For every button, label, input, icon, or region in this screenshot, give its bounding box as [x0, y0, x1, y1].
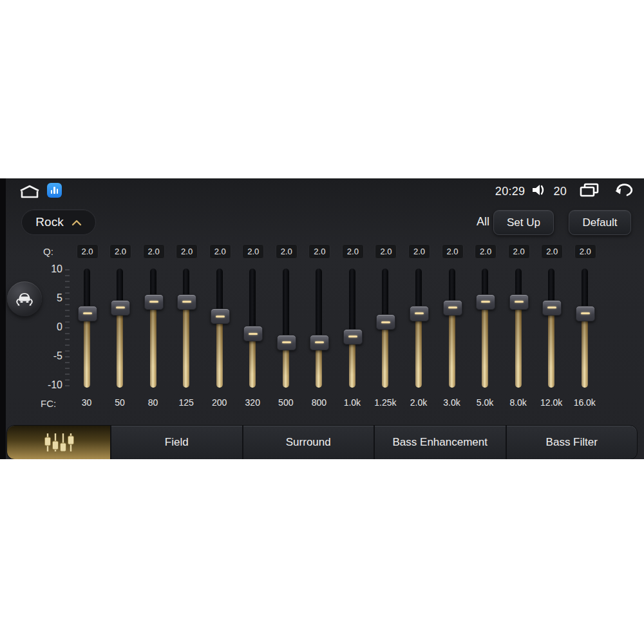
y-axis-label: 10 — [37, 263, 62, 276]
q-value-badge[interactable]: 2.0 — [375, 244, 397, 259]
slider-handle[interactable] — [78, 306, 97, 321]
slider-handle[interactable] — [310, 335, 329, 350]
y-axis-tick — [65, 316, 70, 317]
back-icon[interactable] — [613, 182, 635, 200]
speaker-icon[interactable] — [531, 183, 547, 200]
y-axis-tick — [65, 281, 70, 282]
q-row-label: Q: — [43, 246, 53, 257]
q-value-badge[interactable]: 2.0 — [242, 244, 264, 259]
q-value-badge[interactable]: 2.0 — [176, 244, 198, 259]
slider-handle[interactable] — [576, 306, 595, 321]
y-axis-label: -5 — [37, 350, 62, 363]
y-axis-tick — [65, 321, 70, 323]
eq-app-icon[interactable] — [47, 183, 62, 198]
home-icon[interactable] — [18, 185, 41, 199]
y-axis-tick — [65, 356, 70, 357]
slider-handle[interactable] — [476, 294, 495, 310]
tab-equalizer[interactable] — [7, 426, 110, 459]
slider-handle[interactable] — [443, 300, 462, 316]
y-axis-tick — [65, 368, 70, 369]
q-value-badge[interactable]: 2.0 — [475, 244, 497, 259]
status-bar: 20:29 20 — [0, 181, 644, 202]
slider-handle[interactable] — [376, 314, 395, 330]
q-value-badge[interactable]: 2.0 — [109, 244, 131, 259]
slider-track-lower[interactable] — [84, 313, 90, 388]
y-axis-tick — [65, 379, 70, 381]
slider-track-lower[interactable] — [548, 307, 554, 388]
y-axis-tick — [65, 333, 70, 334]
slider-track-lower[interactable] — [415, 313, 422, 388]
tab-bass-enhancement[interactable]: Bass Enhancement — [374, 426, 506, 459]
recents-icon[interactable] — [578, 182, 600, 200]
slider-handle[interactable] — [410, 306, 429, 321]
y-axis-tick — [65, 362, 70, 363]
slider-track-upper[interactable] — [316, 269, 322, 342]
q-value-badge[interactable]: 2.0 — [143, 244, 165, 259]
slider-handle[interactable] — [177, 294, 196, 310]
default-button[interactable]: Default — [569, 210, 631, 235]
slider-track-lower[interactable] — [183, 301, 189, 388]
slider-track-upper[interactable] — [349, 269, 355, 336]
q-value-badge[interactable]: 2.0 — [77, 244, 99, 259]
y-axis-tick — [65, 269, 70, 270]
frequency-label: 16.0k — [564, 397, 605, 408]
q-value-badge[interactable]: 2.0 — [308, 244, 330, 259]
preset-label: Rock — [35, 215, 63, 229]
slider-track-lower[interactable] — [150, 301, 156, 388]
slider-track-lower[interactable] — [582, 313, 588, 388]
slider-track-lower[interactable] — [515, 301, 522, 388]
clock: 20:29 — [495, 185, 526, 198]
equalizer-screen: 20:29 20 Rock — [0, 178, 644, 459]
tab-bass-filter[interactable]: Bass Filter — [506, 426, 638, 459]
eq-app-glyph — [51, 187, 59, 194]
car-balance-icon — [13, 289, 36, 309]
y-axis-tick — [65, 350, 70, 352]
y-axis-tick — [65, 298, 70, 299]
y-axis-label: 0 — [37, 321, 62, 334]
tab-surround[interactable]: Surround — [242, 426, 374, 459]
slider-handle[interactable] — [243, 326, 263, 341]
slider-track-upper[interactable] — [382, 269, 388, 321]
slider-handle[interactable] — [542, 300, 562, 316]
equalizer-sliders-icon — [40, 431, 77, 454]
slider-track-upper[interactable] — [249, 269, 256, 333]
y-axis-tick — [65, 304, 70, 305]
y-axis-tick — [65, 385, 70, 386]
slider-handle[interactable] — [343, 329, 363, 345]
set-up-button[interactable]: Set Up — [493, 210, 554, 235]
fc-row-label: FC: — [41, 398, 56, 409]
q-value-badge[interactable]: 2.0 — [209, 244, 231, 259]
q-value-badge[interactable]: 2.0 — [276, 244, 298, 259]
y-axis-tick — [65, 327, 70, 328]
tab-field[interactable]: Field — [110, 426, 242, 459]
q-value-badge[interactable]: 2.0 — [574, 244, 596, 259]
slider-track-lower[interactable] — [216, 316, 223, 388]
volume-level: 20 — [553, 185, 567, 198]
y-axis-tick — [65, 339, 70, 340]
slider-track-upper[interactable] — [283, 269, 289, 342]
slider-track-lower[interactable] — [117, 307, 123, 388]
slider-track-lower[interactable] — [449, 307, 455, 388]
q-value-badge[interactable]: 2.0 — [541, 244, 563, 259]
preset-dropdown[interactable]: Rock — [21, 209, 96, 235]
all-label: All — [477, 215, 489, 229]
q-value-badge[interactable]: 2.0 — [442, 244, 464, 259]
slider-handle[interactable] — [277, 335, 296, 350]
y-axis-tick — [65, 345, 70, 346]
slider-handle[interactable] — [509, 294, 529, 310]
slider-handle[interactable] — [111, 300, 130, 316]
y-axis-tick — [65, 374, 70, 375]
slider-handle[interactable] — [144, 294, 164, 310]
q-value-badge[interactable]: 2.0 — [408, 244, 430, 259]
y-axis-tick — [65, 292, 70, 294]
slider-handle[interactable] — [211, 308, 230, 324]
slider-track-lower[interactable] — [382, 321, 388, 388]
chevron-up-icon — [71, 220, 82, 226]
q-value-badge[interactable]: 2.0 — [508, 244, 530, 259]
bottom-tab-bar: Field Surround Bass Enhancement Bass Fil… — [6, 425, 638, 459]
y-axis-tick — [65, 310, 70, 311]
car-balance-button[interactable] — [7, 281, 42, 316]
slider-track-lower[interactable] — [482, 301, 488, 388]
q-value-badge[interactable]: 2.0 — [342, 244, 364, 259]
status-right-cluster: 20:29 20 — [495, 182, 635, 200]
